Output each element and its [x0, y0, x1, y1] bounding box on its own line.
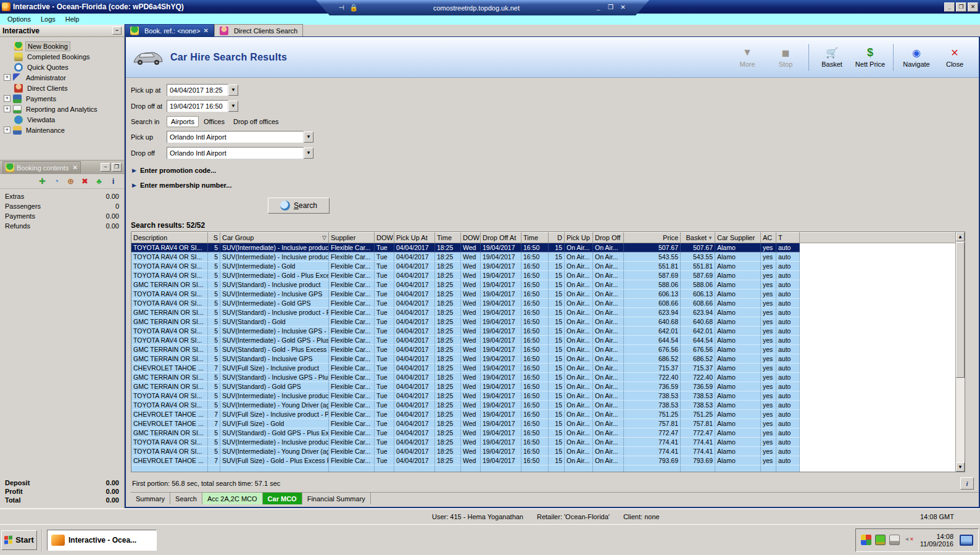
basket-button[interactable]: 🛒Basket — [814, 42, 850, 73]
search-in-airports[interactable]: Airports — [167, 116, 199, 127]
membership-number-link[interactable]: ▶ Enter membership number... — [132, 182, 979, 189]
bottom-tab-summary[interactable]: Summary — [131, 493, 170, 504]
cart-add-icon[interactable]: ⊕ — [66, 177, 75, 186]
sidebar-item-completed-bookings[interactable]: Completed Bookings — [0, 51, 124, 62]
chevron-down-icon[interactable]: ▼ — [228, 85, 238, 96]
search-in-drop-off-offices[interactable]: Drop off offices — [230, 117, 283, 127]
panel-minimize-button[interactable]: − — [101, 163, 110, 172]
search-in-offices[interactable]: Offices — [200, 117, 228, 127]
vertical-scrollbar[interactable]: ▲ ▼ — [955, 232, 965, 472]
close-icon[interactable]: ✕ — [72, 164, 77, 171]
menu-logs[interactable]: Logs — [36, 15, 60, 23]
column-header-car-group[interactable]: Car Group▽ — [220, 232, 329, 243]
history-icon[interactable]: ◔ — [52, 177, 61, 186]
search-button[interactable]: Search — [268, 198, 330, 214]
chevron-down-icon[interactable]: ▼ — [304, 131, 314, 143]
table-row[interactable]: TOYOTA RAV4 OR SI...5SUV(Intermediate) -… — [131, 336, 955, 345]
rdp-minimize-button[interactable]: _ — [593, 3, 604, 12]
table-row[interactable]: GMC TERRAIN OR SI...5SUV(Standard) - Gol… — [131, 428, 955, 438]
menu-help[interactable]: Help — [60, 15, 85, 23]
table-row[interactable]: CHEVROLET TAHOE ...7SUV(Full Size) - Inc… — [131, 410, 955, 419]
tab-booking-ref[interactable]: Book. ref.: <none> ✕ — [125, 24, 214, 36]
bottom-tab-acc-2a-2c-mco[interactable]: Acc 2A,2C MCO — [202, 493, 263, 504]
column-header-dow[interactable]: DOW — [375, 232, 394, 243]
chevron-down-icon[interactable]: ▼ — [304, 148, 314, 159]
navigate-button[interactable]: ◉Navigate — [899, 42, 934, 73]
taskbar-task-interactive[interactable]: Interactive - Ocea... — [47, 530, 157, 551]
add-icon[interactable]: ✚ — [38, 177, 47, 186]
sidebar-item-viewdata[interactable]: Viewdata — [0, 114, 124, 125]
info-button[interactable]: i — [960, 477, 974, 490]
volume-muted-icon[interactable] — [903, 535, 914, 545]
column-header-time[interactable]: Time — [521, 232, 549, 243]
booking-contents-tab[interactable]: Booking contents ✕ — [2, 161, 81, 173]
promotion-code-link[interactable]: ▶ Enter promotion code... — [132, 167, 979, 174]
delete-icon[interactable]: ✖ — [80, 177, 89, 186]
column-header-s[interactable]: S — [208, 232, 220, 243]
expand-icon[interactable]: + — [4, 74, 10, 81]
show-desktop-icon[interactable] — [960, 535, 973, 546]
antivirus-tray-icon[interactable] — [861, 535, 871, 545]
dropoff-at-field[interactable]: 19/04/2017 16:50 — [167, 100, 228, 112]
column-header-pick-up[interactable]: Pick Up — [565, 232, 593, 243]
table-row[interactable]: TOYOTA RAV4 OR SI...5SUV(Intermediate) -… — [131, 401, 955, 410]
holiday-icon[interactable]: ♣ — [94, 177, 104, 186]
table-row[interactable]: GMC TERRAIN OR SI...5SUV(Standard) - Inc… — [131, 354, 955, 364]
table-row-partial[interactable] — [131, 465, 955, 472]
dropoff-combo[interactable]: Orlando Intl Airport — [167, 147, 304, 159]
column-header-description[interactable]: Description — [131, 232, 208, 243]
start-button[interactable]: Start — [1, 530, 37, 550]
sidebar-item-new-booking[interactable]: New Booking — [0, 41, 124, 51]
sidebar-collapse-button[interactable]: − — [112, 27, 122, 35]
expand-icon[interactable]: + — [4, 127, 10, 133]
table-row[interactable]: TOYOTA RAV4 OR SI...5SUV(Intermediate) -… — [131, 327, 955, 336]
sidebar-item-quick-quotes[interactable]: Quick Quotes — [0, 62, 124, 72]
sidebar-item-maintenance[interactable]: +Maintenance — [0, 125, 124, 135]
table-row[interactable]: TOYOTA RAV4 OR SI...5SUV(Intermediate) -… — [131, 438, 955, 447]
table-row[interactable]: TOYOTA RAV4 OR SI...5SUV(Intermediate) -… — [131, 391, 955, 401]
column-header-supplier[interactable]: Supplier — [329, 232, 375, 243]
rdp-restore-button[interactable]: ❐ — [605, 3, 616, 12]
column-header-price[interactable]: Price — [624, 232, 681, 243]
rdp-close-button[interactable]: ✕ — [618, 3, 628, 12]
column-header-drop-off-at[interactable]: Drop Off At — [481, 232, 521, 243]
table-row[interactable]: GMC TERRAIN OR SI...5SUV(Standard) - Inc… — [131, 308, 955, 317]
table-row[interactable]: GMC TERRAIN OR SI...5SUV(Standard) - Inc… — [131, 373, 955, 382]
table-row[interactable]: TOYOTA RAV4 OR SI...5SUV(Intermediate) -… — [131, 290, 955, 299]
menu-options[interactable]: Options — [2, 15, 36, 23]
window-minimize-button[interactable]: _ — [944, 2, 955, 12]
table-row[interactable]: CHEVROLET TAHOE ...7SUV(Full Size) - Gol… — [131, 419, 955, 428]
table-row[interactable]: TOYOTA RAV4 OR SI...5SUV(Intermediate) -… — [131, 299, 955, 308]
column-header-pick-up-at[interactable]: Pick Up At — [394, 232, 435, 243]
column-header-basket[interactable]: Basket▼ — [681, 232, 715, 243]
column-header-ac[interactable]: AC — [761, 232, 776, 243]
tab-direct-clients-search[interactable]: Direct Clients Search — [214, 24, 303, 36]
nett-price-button[interactable]: $Nett Price — [852, 42, 888, 73]
column-header-d[interactable]: D — [549, 232, 565, 243]
table-row[interactable]: GMC TERRAIN OR SI...5SUV(Standard) - Gol… — [131, 382, 955, 391]
bottom-tab-financial-summary[interactable]: Financial Summary — [302, 493, 371, 504]
table-row[interactable]: CHEVROLET TAHOE ...7SUV(Full Size) - Gol… — [131, 456, 955, 465]
panel-maximize-button[interactable]: ❐ — [112, 163, 122, 172]
table-row[interactable]: GMC TERRAIN OR SI...5SUV(Standard) - Gol… — [131, 317, 955, 327]
table-row[interactable]: TOYOTA RAV4 OR SI...5SUV(Intermediate) -… — [131, 447, 955, 456]
table-row[interactable]: TOYOTA RAV4 OR SI...5SUV(Intermediate) -… — [131, 262, 955, 271]
close-icon[interactable]: ✕ — [204, 27, 209, 34]
sidebar-item-administrator[interactable]: +Administrator — [0, 72, 124, 83]
sidebar-item-payments[interactable]: +Payments — [0, 93, 124, 104]
window-close-button[interactable]: ✕ — [968, 2, 978, 12]
column-header-dow[interactable]: DOW — [461, 232, 481, 243]
sidebar-item-direct-clients[interactable]: Direct Clients — [0, 83, 124, 93]
table-row[interactable]: TOYOTA RAV4 OR SI...5SUV(Intermediate) -… — [131, 252, 955, 262]
table-row[interactable]: TOYOTA RAV4 OR SI...5SUV(Intermediate) -… — [131, 243, 955, 252]
column-header-time[interactable]: Time — [435, 232, 461, 243]
table-row[interactable]: GMC TERRAIN OR SI...5SUV(Standard) - Inc… — [131, 280, 955, 290]
table-row[interactable]: GMC TERRAIN OR SI...5SUV(Standard) - Gol… — [131, 345, 955, 354]
expand-icon[interactable]: + — [4, 106, 10, 112]
bottom-tab-car-mco[interactable]: Car MCO — [263, 493, 302, 504]
sidebar-item-reporting-and-analytics[interactable]: +Reporting and Analytics — [0, 104, 124, 114]
chevron-down-icon[interactable]: ▼ — [228, 101, 238, 112]
scroll-up-icon[interactable]: ▲ — [956, 232, 965, 241]
network-computer-icon[interactable] — [889, 535, 900, 545]
scrollbar-thumb[interactable] — [956, 242, 965, 378]
